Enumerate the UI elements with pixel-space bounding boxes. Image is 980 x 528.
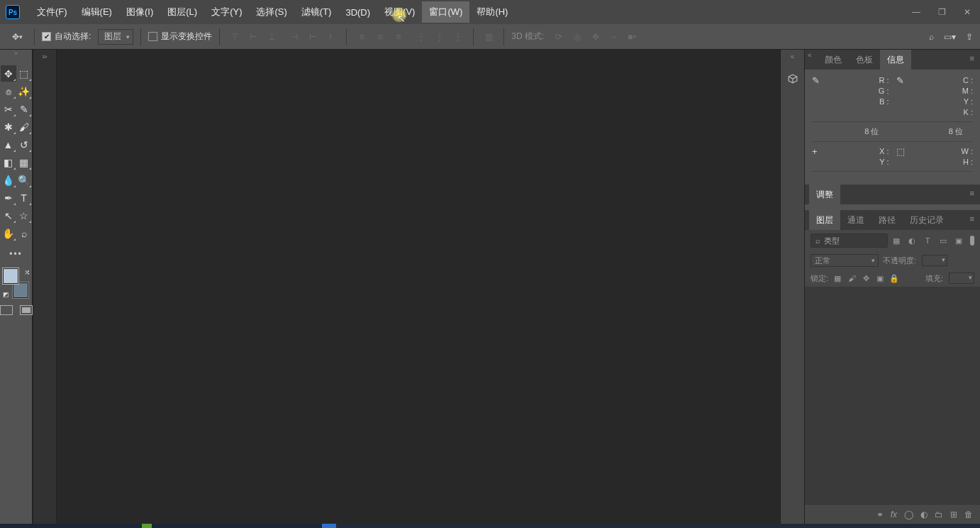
fill-field[interactable] <box>949 273 974 284</box>
layer-filter-dropdown[interactable]: ⌕ 类型 <box>811 233 888 248</box>
auto-select-target-dropdown[interactable]: 图层 <box>98 29 133 45</box>
close-button[interactable]: ✕ <box>954 1 980 23</box>
opacity-field[interactable] <box>922 255 947 266</box>
share-icon[interactable]: ⇪ <box>966 32 973 42</box>
menu-file[interactable]: 文件(F) <box>30 1 74 23</box>
lock-transparent-icon[interactable]: ▦ <box>833 274 842 283</box>
3d-roll-icon[interactable]: ◎ <box>569 29 585 45</box>
new-layer-icon[interactable]: ⊞ <box>950 510 957 519</box>
lock-artboard-icon[interactable]: ▣ <box>875 274 885 283</box>
menu-layer[interactable]: 图层(L) <box>160 1 204 23</box>
lasso-tool[interactable]: ⌾ <box>1 83 16 99</box>
menu-image[interactable]: 图像(I) <box>119 1 160 23</box>
history-brush-tool[interactable]: ↺ <box>16 136 32 153</box>
standard-mode-icon[interactable] <box>0 305 13 315</box>
blend-mode-dropdown[interactable]: 正常 <box>811 254 879 267</box>
show-transform-checkbox[interactable]: 显示变换控件 <box>148 31 212 43</box>
align-hcenter-icon[interactable]: ⊢ <box>305 29 321 45</box>
layer-filter-toggle[interactable] <box>970 236 974 246</box>
align-vcenter-icon[interactable]: ⊢ <box>245 29 261 45</box>
magic-wand-tool[interactable]: ✨ <box>16 83 32 99</box>
menu-select[interactable]: 选择(S) <box>249 1 294 23</box>
dodge-tool[interactable]: 🔍 <box>16 172 32 188</box>
dist-right-icon[interactable]: ⋮ <box>450 29 466 45</box>
search-icon[interactable]: ⌕ <box>929 32 934 42</box>
brush-tool[interactable]: 🖌 <box>16 119 32 135</box>
shape-tool[interactable]: ☆ <box>16 207 32 224</box>
adjustment-layer-icon[interactable]: ◐ <box>920 510 928 519</box>
background-color-swatch[interactable] <box>13 282 28 298</box>
lock-position-icon[interactable]: ✥ <box>861 274 871 283</box>
path-select-tool[interactable]: ↖ <box>1 207 16 224</box>
panel-menu-icon[interactable]: ≡ <box>964 185 980 204</box>
edit-toolbar-button[interactable]: ••• <box>9 247 24 261</box>
marquee-tool[interactable]: ⬚ <box>16 65 32 82</box>
auto-select-checkbox[interactable]: ✔ 自动选择: <box>42 31 91 43</box>
align-right-icon[interactable]: ⊦ <box>323 29 339 45</box>
lock-pixels-icon[interactable]: 🖌 <box>847 274 857 283</box>
crop-tool[interactable]: ✂ <box>1 101 16 117</box>
menu-type[interactable]: 文字(Y) <box>204 1 249 23</box>
healing-tool[interactable]: ✱ <box>1 119 16 135</box>
tab-history[interactable]: 历史记录 <box>903 210 951 230</box>
dist-left-icon[interactable]: ⋮ <box>413 29 429 45</box>
link-layers-icon[interactable]: ⚭ <box>876 510 884 519</box>
align-top-icon[interactable]: ⊤ <box>227 29 243 45</box>
default-colors-icon[interactable]: ◩ <box>3 291 9 298</box>
menu-help[interactable]: 帮助(H) <box>469 1 515 23</box>
menu-filter[interactable]: 滤镜(T) <box>294 1 339 23</box>
type-tool[interactable]: T <box>16 189 32 206</box>
panel-menu-icon[interactable]: ≡ <box>964 50 980 70</box>
restore-button[interactable]: ❐ <box>929 1 954 23</box>
tab-info[interactable]: 信息 <box>880 50 911 70</box>
dist-top-icon[interactable]: ≡ <box>354 29 369 45</box>
eraser-tool[interactable]: ◧ <box>1 154 16 170</box>
auto-align-icon[interactable]: ▥ <box>481 29 496 45</box>
panel-menu-icon[interactable]: ≡ <box>964 210 980 230</box>
eyedropper-tool[interactable]: ✎ <box>16 101 32 117</box>
os-taskbar[interactable] <box>0 524 980 528</box>
hand-tool[interactable]: ✋ <box>1 225 16 241</box>
blur-tool[interactable]: 💧 <box>1 172 16 188</box>
group-icon[interactable]: 🗀 <box>935 510 943 519</box>
gradient-tool[interactable]: ▦ <box>16 154 32 170</box>
layer-mask-icon[interactable]: ◯ <box>904 510 913 519</box>
swap-colors-icon[interactable]: ⤭ <box>24 268 30 276</box>
tab-layers[interactable]: 图层 <box>809 210 840 230</box>
menu-edit[interactable]: 编辑(E) <box>74 1 119 23</box>
dist-vcenter-icon[interactable]: ≡ <box>372 29 388 45</box>
tab-adjust[interactable]: 调整 <box>809 185 840 204</box>
filter-shape-icon[interactable]: ▭ <box>937 236 949 246</box>
3d-zoom-icon[interactable]: ■‣ <box>625 29 640 45</box>
doc-area-collapse-icon[interactable]: » <box>42 53 48 524</box>
menu-view[interactable]: 视图(V) <box>377 1 422 23</box>
layers-list[interactable] <box>805 287 980 504</box>
menu-3d[interactable]: 3D(D) <box>338 3 377 22</box>
lock-all-icon[interactable]: 🔒 <box>889 274 899 283</box>
dist-bottom-icon[interactable]: ≡ <box>391 29 406 45</box>
tab-swatches[interactable]: 色板 <box>849 50 880 70</box>
dock-expand-icon[interactable]: « <box>791 53 795 60</box>
align-bottom-icon[interactable]: ⊥ <box>264 29 279 45</box>
move-tool[interactable]: ✥ <box>1 65 16 82</box>
3d-panel-icon[interactable] <box>784 70 801 87</box>
layer-style-icon[interactable]: fx <box>891 510 897 519</box>
filter-smart-icon[interactable]: ▣ <box>953 236 964 246</box>
filter-pixel-icon[interactable]: ▦ <box>891 236 902 246</box>
dist-hcenter-icon[interactable]: ⋮ <box>432 29 447 45</box>
color-swatches[interactable]: ⤭ ◩ <box>1 268 31 298</box>
align-left-icon[interactable]: ⊣ <box>286 29 302 45</box>
canvas-area[interactable] <box>57 50 780 524</box>
tab-color[interactable]: 颜色 <box>818 50 849 70</box>
stamp-tool[interactable]: ▲ <box>1 136 16 153</box>
foreground-color-swatch[interactable] <box>3 268 18 284</box>
3d-pan-icon[interactable]: ✥ <box>588 29 603 45</box>
filter-type-icon[interactable]: T <box>922 236 933 246</box>
zoom-tool[interactable]: ⌕ <box>16 225 32 241</box>
workspace-switcher-icon[interactable]: ▭▾ <box>944 32 956 42</box>
quickmask-mode-icon[interactable] <box>20 305 33 315</box>
minimize-button[interactable]: — <box>903 1 929 23</box>
menu-window[interactable]: 窗口(W) <box>422 1 469 23</box>
tab-channels[interactable]: 通道 <box>840 210 872 230</box>
pen-tool[interactable]: ✒ <box>1 189 16 206</box>
